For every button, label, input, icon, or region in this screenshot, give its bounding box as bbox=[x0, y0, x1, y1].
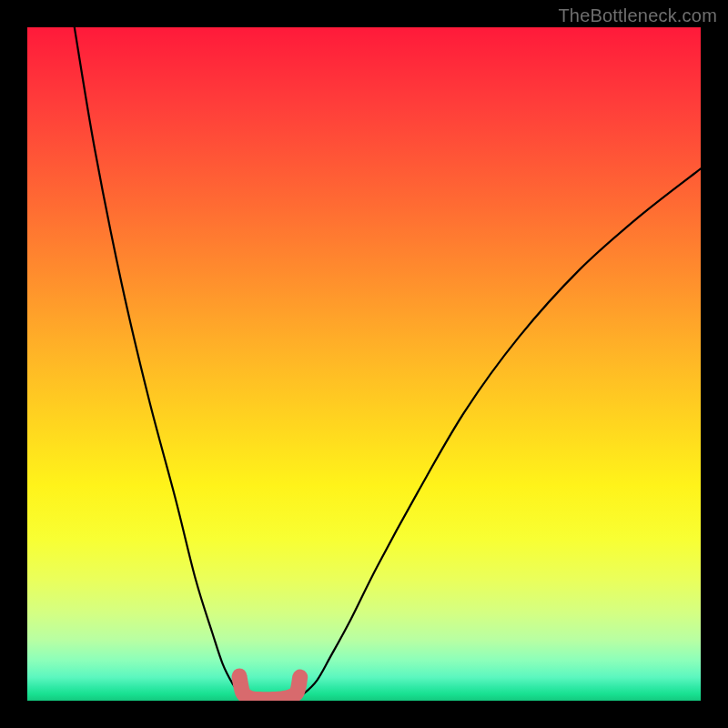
plot-area bbox=[27, 27, 701, 701]
bottom-marker bbox=[239, 677, 300, 700]
watermark-text: TheBottleneck.com bbox=[558, 5, 717, 26]
curves-svg bbox=[27, 27, 701, 701]
right-curve bbox=[297, 168, 701, 697]
left-curve bbox=[75, 27, 247, 697]
chart-frame: TheBottleneck.com bbox=[0, 0, 728, 728]
left-dot bbox=[232, 668, 247, 682]
